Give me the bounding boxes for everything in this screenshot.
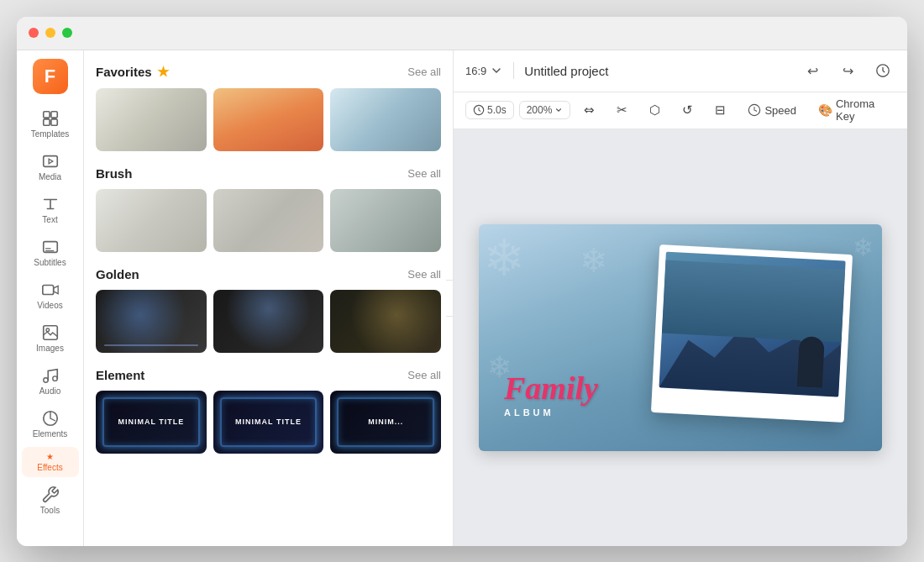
favorites-title: Favorites ★ <box>96 64 169 80</box>
sidebar-label-templates: Templates <box>31 129 70 139</box>
sidebar-item-elements[interactable]: Elements <box>22 404 79 444</box>
sidebar-item-templates[interactable]: Templates <box>22 104 79 144</box>
svg-rect-2 <box>43 118 49 124</box>
svg-rect-6 <box>42 285 53 294</box>
split-icon: ⊟ <box>715 102 726 118</box>
sidebar-item-videos[interactable]: Videos <box>22 276 79 315</box>
canvas-family-text: Family <box>504 372 598 404</box>
editor-header: 16:9 Untitled project ↩ ↪ <box>454 50 907 92</box>
element-thumb-2[interactable]: MINIMAL TITLE <box>213 391 324 454</box>
minimize-button[interactable] <box>45 28 55 38</box>
canvas-album-text: ALBUM <box>504 407 598 418</box>
canvas-area: ❄ ❄ ❄ ❄ ❄ <box>454 129 907 546</box>
speed-button[interactable]: Speed <box>739 99 805 121</box>
sidebar-item-text[interactable]: Text <box>22 190 79 229</box>
save-button[interactable] <box>870 58 895 83</box>
golden-thumbnails <box>96 290 441 353</box>
svg-rect-1 <box>50 111 56 117</box>
project-title[interactable]: Untitled project <box>524 64 608 78</box>
right-panel: 16:9 Untitled project ↩ ↪ <box>454 50 907 546</box>
sidebar-label-text: Text <box>42 215 57 224</box>
split-button[interactable]: ⊟ <box>706 98 734 122</box>
sidebar-item-media[interactable]: Media <box>22 147 79 186</box>
chevron-down-icon <box>490 64 503 77</box>
zoom-label: 200% <box>527 104 553 116</box>
favorites-star: ★ <box>157 64 169 80</box>
scissors-icon: ✂ <box>617 102 627 118</box>
sidebar-item-images[interactable]: Images <box>22 318 79 358</box>
sidebar-item-tools[interactable]: Tools <box>22 481 79 520</box>
media-icon <box>41 152 60 171</box>
element-title: Element <box>96 368 144 382</box>
svg-point-8 <box>45 328 49 331</box>
person-silhouette <box>797 335 825 386</box>
sidebar-item-subtitles[interactable]: Subtitles <box>22 233 79 272</box>
favorites-see-all[interactable]: See all <box>407 66 441 78</box>
sidebar-label-images: Images <box>36 344 64 353</box>
mask-button[interactable]: ⬡ <box>641 98 669 122</box>
undo-button[interactable]: ↩ <box>800 58 825 83</box>
subtitles-icon <box>41 238 60 256</box>
sidebar-label-subtitles: Subtitles <box>34 258 66 267</box>
canvas-text-overlay: Family ALBUM <box>504 372 598 418</box>
sidebar-label-audio: Audio <box>39 386 61 396</box>
element-thumb-1[interactable]: MINIMAL TITLE <box>96 391 207 454</box>
favorite-thumb-1[interactable] <box>96 88 207 151</box>
sidebar-label-media: Media <box>39 172 61 181</box>
aspect-ratio-selector[interactable]: 16:9 <box>465 64 503 77</box>
element-label-1: MINIMAL TITLE <box>118 418 184 426</box>
images-icon <box>41 323 60 342</box>
templates-icon <box>41 109 60 128</box>
golden-title: Golden <box>96 267 139 281</box>
maximize-button[interactable] <box>62 28 72 38</box>
text-icon <box>41 195 60 213</box>
element-header: Element See all <box>96 368 441 382</box>
favorites-header: Favorites ★ See all <box>96 64 441 80</box>
audio-icon <box>41 366 60 385</box>
brush-thumb-3[interactable] <box>330 189 441 252</box>
zoom-selector[interactable]: 200% <box>519 101 571 119</box>
sidebar-label-videos: Videos <box>37 301 62 310</box>
golden-header: Golden See all <box>96 267 441 281</box>
svg-point-9 <box>43 377 48 382</box>
sidebar-item-audio[interactable]: Audio <box>22 361 79 401</box>
brush-thumb-1[interactable] <box>96 189 207 252</box>
photo-frame <box>651 244 853 423</box>
favorite-thumb-3[interactable] <box>330 88 441 151</box>
editor-toolbar: 5.0s 200% ⇔ ✂ ⬡ ↺ <box>454 92 907 129</box>
brush-thumb-2[interactable] <box>213 189 324 252</box>
element-label-2: MINIMAL TITLE <box>235 418 302 426</box>
left-panel: Favorites ★ See all Brush See all <box>84 50 454 546</box>
chroma-key-button[interactable]: 🎨 Chroma Key <box>810 93 895 127</box>
svg-rect-3 <box>50 118 56 124</box>
photo-inner <box>659 251 845 397</box>
chroma-key-label: Chroma Key <box>836 97 887 123</box>
snowflake-2: ❄ <box>580 241 608 280</box>
trim-button[interactable]: ✂ <box>608 98 636 122</box>
sidebar-label-tools: Tools <box>40 506 60 515</box>
flip-h-icon: ⇔ <box>584 102 595 118</box>
undo-clip-button[interactable]: ↺ <box>674 98 701 122</box>
golden-thumb-1[interactable] <box>96 290 207 353</box>
redo-button[interactable]: ↪ <box>835 58 860 83</box>
sky-layer <box>662 260 845 342</box>
close-button[interactable] <box>29 28 39 38</box>
favorite-thumb-2[interactable] <box>213 88 324 151</box>
video-canvas[interactable]: ❄ ❄ ❄ ❄ ❄ <box>479 224 882 451</box>
element-see-all[interactable]: See all <box>407 369 441 381</box>
panel-collapse-button[interactable]: ‹ <box>446 280 454 317</box>
sidebar-item-effects[interactable]: ★ Effects <box>22 447 79 477</box>
save-icon <box>875 63 890 78</box>
element-thumb-3[interactable]: MINIM... <box>330 391 441 454</box>
golden-thumb-2[interactable] <box>213 290 324 353</box>
golden-see-all[interactable]: See all <box>407 268 441 281</box>
sidebar-label-elements: Elements <box>33 429 68 439</box>
golden-thumb-3[interactable] <box>330 290 441 353</box>
favorites-thumbnails <box>96 88 441 151</box>
undo-icon: ↺ <box>682 102 693 118</box>
app-window: F Templates Media <box>17 17 907 546</box>
flip-h-button[interactable]: ⇔ <box>575 98 603 122</box>
tools-icon <box>41 486 60 504</box>
duration-label: 5.0s <box>487 104 507 116</box>
brush-see-all[interactable]: See all <box>407 167 441 180</box>
